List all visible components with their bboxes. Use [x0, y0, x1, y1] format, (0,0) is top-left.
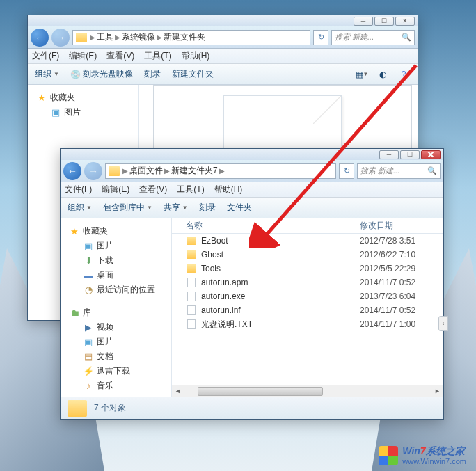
maximize-button[interactable]: ☐: [400, 150, 420, 159]
star-icon: ★: [69, 226, 80, 237]
scroll-thumb[interactable]: [198, 387, 323, 396]
back-button[interactable]: ←: [63, 162, 81, 180]
menu-help[interactable]: 帮助(H): [182, 50, 210, 62]
toolbar-organize[interactable]: 组织▼: [35, 68, 59, 80]
search-placeholder: 搜索 新建...: [335, 32, 374, 42]
menu-edit[interactable]: 编辑(E): [69, 50, 97, 62]
file-row[interactable]: autorun.exe2013/7/23 6:04: [172, 289, 443, 303]
sidebar-favorites[interactable]: ★收藏夹: [61, 224, 171, 239]
star-icon: ★: [36, 93, 47, 104]
sidebar-thunder[interactable]: ⚡迅雷下载: [61, 364, 171, 378]
sidebar-videos[interactable]: ▶视频: [61, 320, 171, 335]
toolbar-burn[interactable]: 刻录: [199, 202, 216, 214]
minimize-button[interactable]: ─: [354, 17, 373, 26]
horizontal-scrollbar[interactable]: ◄ ►: [172, 385, 443, 397]
file-list: EzBoot2012/7/28 3:51Ghost2012/6/22 7:10T…: [172, 234, 443, 385]
file-name: Tools: [201, 264, 360, 273]
column-date[interactable]: 修改日期: [360, 220, 443, 232]
file-row[interactable]: autorun.apm2014/11/7 0:52: [172, 276, 443, 289]
minimize-button[interactable]: ─: [379, 150, 399, 159]
file-name: autorun.exe: [201, 292, 360, 301]
folder-icon: [186, 263, 197, 274]
folder-icon: [186, 235, 197, 246]
file-name: autorun.inf: [201, 305, 360, 315]
sidebar-pictures[interactable]: ▣图片: [28, 105, 138, 120]
toolbar-organize[interactable]: 组织▼: [68, 202, 92, 214]
toolbar-include-library[interactable]: 包含到库中▼: [103, 202, 152, 214]
forward-button[interactable]: →: [84, 162, 102, 180]
sidebar-music[interactable]: ♪音乐: [61, 378, 171, 393]
toolbar-new-folder[interactable]: 文件夹: [227, 202, 252, 214]
navigation-bar: ← → ▶ 工具▶ 系统镜像▶ 新建文件夹 ↻ 搜索 新建... 🔍: [28, 26, 418, 49]
scroll-left-icon[interactable]: ◄: [172, 386, 184, 397]
file-row[interactable]: autorun.inf2014/11/7 0:52: [172, 303, 443, 317]
file-row[interactable]: EzBoot2012/7/28 3:51: [172, 234, 443, 248]
menu-tools[interactable]: 工具(T): [177, 184, 204, 195]
pictures-icon: ▣: [83, 241, 94, 252]
navigation-bar: ← → ▶ 桌面文件▶ 新建文件夹7▶ ↻ 搜索 新建... 🔍: [61, 160, 443, 182]
file-row[interactable]: Ghost2012/6/22 7:10: [172, 248, 443, 262]
file-date: 2012/5/5 22:29: [360, 264, 443, 273]
titlebar[interactable]: ─ ☐: [61, 149, 443, 160]
breadcrumb[interactable]: ▶ 工具▶ 系统镜像▶ 新建文件夹: [72, 30, 310, 45]
titlebar[interactable]: ─ ☐ ✕: [28, 15, 418, 26]
sidebar-desktop[interactable]: ▬桌面: [61, 268, 171, 282]
toolbar-burn[interactable]: 刻录: [144, 68, 161, 80]
windows-logo-icon: [379, 446, 398, 465]
breadcrumb-item[interactable]: 新建文件夹: [164, 31, 205, 43]
file-icon: [186, 277, 197, 288]
column-name[interactable]: 名称: [186, 220, 360, 232]
file-icon: [186, 305, 197, 316]
toolbar: 组织▼ 💿 刻录光盘映像 刻录 新建文件夹 ▦ ▼ ◐ ?: [28, 64, 418, 85]
desktop-icon: ▬: [83, 270, 94, 281]
toolbar-share[interactable]: 共享▼: [164, 202, 188, 214]
close-button[interactable]: [421, 150, 441, 159]
menu-view[interactable]: 查看(V): [139, 184, 167, 195]
breadcrumb-item[interactable]: 系统镜像: [122, 31, 155, 43]
file-row[interactable]: 光盘说明.TXT2014/11/7 1:00: [172, 317, 443, 331]
breadcrumb-item[interactable]: 新建文件夹7: [171, 165, 218, 177]
menu-edit[interactable]: 编辑(E): [102, 184, 129, 195]
search-input[interactable]: 搜索 新建... 🔍: [331, 30, 415, 45]
sidebar-favorites[interactable]: ★收藏夹: [28, 90, 138, 105]
file-name: Ghost: [201, 250, 360, 260]
menu-tools[interactable]: 工具(T): [144, 50, 171, 62]
toolbar-new-folder[interactable]: 新建文件夹: [172, 68, 214, 80]
breadcrumb[interactable]: ▶ 桌面文件▶ 新建文件夹7▶: [105, 163, 336, 179]
back-button[interactable]: ←: [31, 29, 49, 47]
forward-button[interactable]: →: [51, 29, 70, 47]
file-list-pane: 名称 修改日期 EzBoot2012/7/28 3:51Ghost2012/6/…: [172, 218, 443, 397]
refresh-button[interactable]: ↻: [339, 163, 354, 179]
breadcrumb-item[interactable]: 工具: [97, 31, 113, 43]
menu-file[interactable]: 文件(F): [32, 50, 59, 62]
sidebar-recent[interactable]: ◔最近访问的位置: [61, 282, 171, 297]
view-options-button[interactable]: ▦ ▼: [355, 68, 369, 81]
maximize-button[interactable]: ☐: [374, 17, 394, 26]
toolbar-burn-image[interactable]: 💿 刻录光盘映像: [70, 68, 133, 80]
scroll-right-icon[interactable]: ►: [431, 386, 443, 397]
menu-help[interactable]: 帮助(H): [214, 184, 243, 195]
menu-bar: 文件(F) 编辑(E) 查看(V) 工具(T) 帮助(H): [61, 182, 443, 198]
sidebar-downloads[interactable]: ⬇下载: [61, 253, 171, 268]
close-button[interactable]: ✕: [395, 17, 415, 26]
sidebar-documents[interactable]: ▤文档: [61, 349, 171, 364]
folder-icon: [109, 166, 120, 176]
refresh-button[interactable]: ↻: [313, 30, 328, 45]
chevron-down-icon: ▼: [86, 205, 92, 211]
chevron-down-icon: ▼: [54, 71, 59, 77]
search-input[interactable]: 搜索 新建... 🔍: [357, 163, 441, 179]
menu-file[interactable]: 文件(F): [65, 184, 92, 195]
content-area: ★收藏夹 ▣图片 ⬇下载 ▬桌面 ◔最近访问的位置 🖿库 ▶视频 ▣图片 ▤文档…: [61, 218, 443, 397]
help-button[interactable]: ?: [397, 68, 411, 81]
preview-pane-button[interactable]: ◐: [376, 68, 390, 81]
side-handle[interactable]: ‹: [438, 316, 448, 331]
file-row[interactable]: Tools2012/5/5 22:29: [172, 262, 443, 276]
close-icon: [428, 152, 434, 157]
sidebar-pictures2[interactable]: ▣图片: [61, 335, 171, 349]
breadcrumb-item[interactable]: 桌面文件: [129, 165, 163, 177]
sidebar-pictures[interactable]: ▣图片: [61, 239, 171, 253]
menu-view[interactable]: 查看(V): [106, 50, 134, 62]
pictures-icon: ▣: [83, 337, 94, 348]
watermark-url: www.Winwin7.com: [402, 457, 466, 465]
sidebar-libraries[interactable]: 🖿库: [61, 305, 171, 320]
